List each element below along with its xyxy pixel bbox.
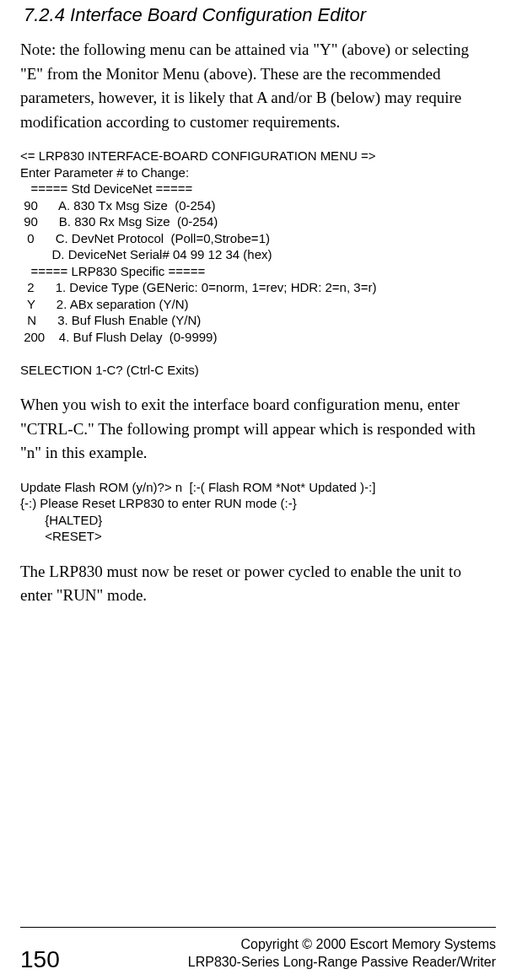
product-line: LRP830-Series Long-Range Passive Reader/… xyxy=(188,954,496,972)
section-heading: 7.2.4 Interface Board Configuration Edit… xyxy=(20,4,486,26)
terminal-output-config-menu: <= LRP830 INTERFACE-BOARD CONFIGURATION … xyxy=(20,148,486,378)
terminal-output-flash-prompt: Update Flash ROM (y/n)?> n [:-( Flash RO… xyxy=(20,479,486,545)
page-number: 150 xyxy=(20,948,60,972)
reset-paragraph: The LRP830 must now be reset or power cy… xyxy=(20,560,486,608)
footer-separator xyxy=(20,927,496,928)
copyright-line: Copyright © 2000 Escort Memory Systems xyxy=(188,936,496,954)
footer-text: Copyright © 2000 Escort Memory Systems L… xyxy=(188,936,496,972)
intro-paragraph: Note: the following menu can be attained… xyxy=(20,38,486,134)
page-footer: 150 Copyright © 2000 Escort Memory Syste… xyxy=(20,936,496,972)
exit-instruction-paragraph: When you wish to exit the interface boar… xyxy=(20,393,486,466)
